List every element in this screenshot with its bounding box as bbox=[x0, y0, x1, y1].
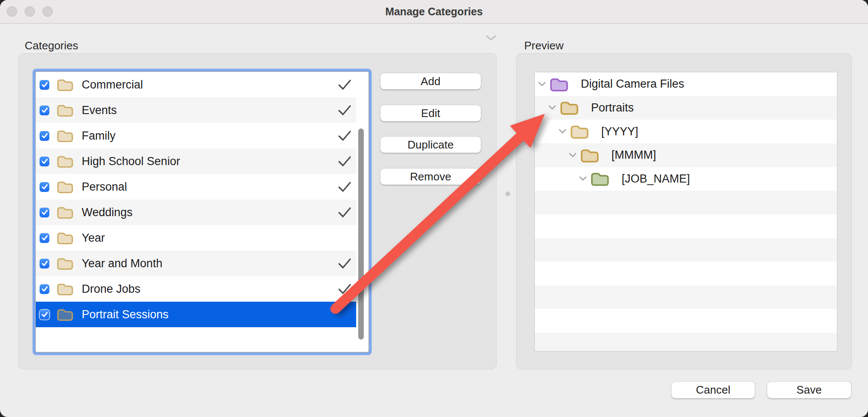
category-row[interactable]: Personal bbox=[36, 174, 356, 200]
checkmark-icon bbox=[338, 207, 351, 218]
edit-button[interactable]: Edit bbox=[380, 105, 481, 121]
chevron-expanded-icon[interactable] bbox=[538, 82, 546, 87]
folder-icon bbox=[56, 154, 74, 169]
checkbox-checked[interactable] bbox=[40, 259, 49, 268]
category-row[interactable]: Commercial bbox=[36, 72, 356, 97]
preview-section-label: Preview bbox=[524, 39, 563, 52]
screen: Manage Categories Categories Preview Com… bbox=[0, 0, 868, 417]
preview-tree: Digital Camera Files Portraits [YYYY] [M… bbox=[534, 72, 837, 351]
folder-icon bbox=[560, 100, 579, 116]
category-label: Events bbox=[82, 104, 117, 117]
category-label: Portrait Sessions bbox=[82, 308, 168, 321]
folder-icon bbox=[56, 256, 74, 271]
check-icon bbox=[41, 184, 48, 190]
tree-node-label: Digital Camera Files bbox=[581, 77, 684, 91]
title-bar: Manage Categories bbox=[0, 0, 868, 24]
folder-icon bbox=[56, 77, 74, 92]
check-icon bbox=[41, 311, 48, 317]
checkmark-icon bbox=[338, 181, 351, 192]
duplicate-button[interactable]: Duplicate bbox=[380, 137, 481, 153]
tree-row[interactable]: [YYYY] bbox=[535, 120, 837, 143]
category-row[interactable]: Events bbox=[36, 97, 356, 123]
folder-icon bbox=[56, 307, 74, 322]
category-row[interactable]: Family bbox=[36, 123, 356, 149]
checkmark-icon bbox=[338, 156, 351, 167]
categories-section-label: Categories bbox=[25, 39, 78, 52]
category-label: Commercial bbox=[82, 78, 143, 91]
category-label: Year and Month bbox=[82, 257, 163, 270]
manage-categories-window: Manage Categories Categories Preview Com… bbox=[0, 0, 868, 417]
checkbox-checked[interactable] bbox=[40, 80, 49, 90]
folder-icon bbox=[549, 76, 569, 92]
category-row[interactable]: High School Senior bbox=[36, 149, 356, 174]
chevron-down-icon[interactable] bbox=[485, 35, 497, 41]
check-icon bbox=[41, 286, 48, 292]
check-icon bbox=[41, 260, 48, 266]
checkbox-checked[interactable] bbox=[40, 233, 49, 243]
scrollbar-thumb[interactable] bbox=[358, 129, 364, 340]
checkbox-checked[interactable] bbox=[40, 182, 49, 192]
tree-node-label: [JOB_NAME] bbox=[622, 172, 690, 186]
save-button[interactable]: Save bbox=[767, 382, 851, 398]
categories-list[interactable]: Commercial Events Family High School Sen… bbox=[36, 72, 368, 352]
check-icon bbox=[41, 235, 48, 241]
chevron-expanded-icon[interactable] bbox=[548, 105, 556, 110]
category-label: Family bbox=[82, 129, 116, 143]
folder-icon bbox=[56, 129, 74, 143]
check-icon bbox=[41, 107, 48, 113]
chevron-expanded-icon[interactable] bbox=[559, 129, 566, 134]
folder-icon bbox=[580, 147, 600, 163]
window-title: Manage Categories bbox=[0, 0, 868, 23]
checkmark-icon bbox=[338, 258, 351, 269]
checkbox-checked[interactable] bbox=[40, 131, 49, 141]
folder-icon bbox=[590, 171, 610, 187]
chevron-expanded-icon[interactable] bbox=[579, 176, 587, 181]
checkbox-checked[interactable] bbox=[40, 208, 49, 217]
folder-icon bbox=[56, 180, 74, 194]
checkmark-icon bbox=[338, 130, 351, 141]
check-icon bbox=[41, 209, 48, 215]
category-label: Personal bbox=[82, 180, 127, 194]
category-label: Drone Jobs bbox=[82, 283, 140, 296]
checkbox-checked[interactable] bbox=[40, 157, 49, 166]
tree-row[interactable]: Digital Camera Files bbox=[535, 72, 837, 96]
tree-row[interactable]: [MMMM] bbox=[535, 143, 837, 167]
cancel-button[interactable]: Cancel bbox=[671, 382, 755, 398]
category-label: High School Senior bbox=[82, 155, 180, 168]
checkbox-checked[interactable] bbox=[40, 310, 49, 320]
check-icon bbox=[41, 158, 48, 164]
folder-icon bbox=[56, 231, 74, 245]
checkmark-icon bbox=[338, 105, 351, 116]
panel-divider-handle[interactable] bbox=[505, 191, 510, 196]
tree-node-label: [MMMM] bbox=[611, 149, 656, 162]
tree-row[interactable]: [JOB_NAME] bbox=[535, 167, 837, 191]
category-row[interactable]: Weddings bbox=[36, 200, 356, 225]
folder-icon bbox=[570, 123, 589, 140]
check-icon bbox=[41, 133, 48, 139]
category-label: Weddings bbox=[82, 206, 133, 219]
category-label: Year bbox=[82, 231, 105, 245]
remove-button[interactable]: Remove bbox=[380, 169, 481, 185]
folder-icon bbox=[56, 282, 74, 296]
tree-row[interactable]: Portraits bbox=[535, 96, 837, 120]
category-row-selected[interactable]: Portrait Sessions bbox=[36, 302, 356, 327]
tree-node-label: Portraits bbox=[591, 101, 634, 114]
checkbox-checked[interactable] bbox=[40, 106, 49, 115]
folder-icon bbox=[56, 205, 74, 220]
chevron-expanded-icon[interactable] bbox=[569, 153, 577, 158]
checkmark-icon bbox=[338, 79, 351, 90]
category-row[interactable]: Year and Month bbox=[36, 251, 356, 276]
checkmark-icon bbox=[338, 283, 351, 294]
checkbox-checked[interactable] bbox=[40, 284, 49, 294]
tree-node-label: [YYYY] bbox=[601, 125, 638, 138]
check-icon bbox=[41, 82, 48, 88]
category-row[interactable]: Year bbox=[36, 225, 356, 251]
category-row[interactable]: Drone Jobs bbox=[36, 276, 356, 302]
add-button[interactable]: Add bbox=[380, 73, 481, 89]
folder-icon bbox=[56, 103, 74, 117]
